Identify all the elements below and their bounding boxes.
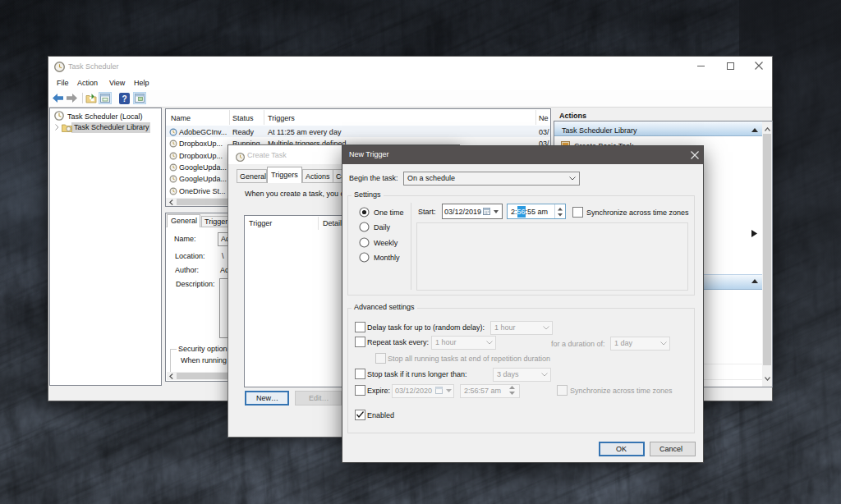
svg-text:?: ? bbox=[122, 94, 126, 103]
